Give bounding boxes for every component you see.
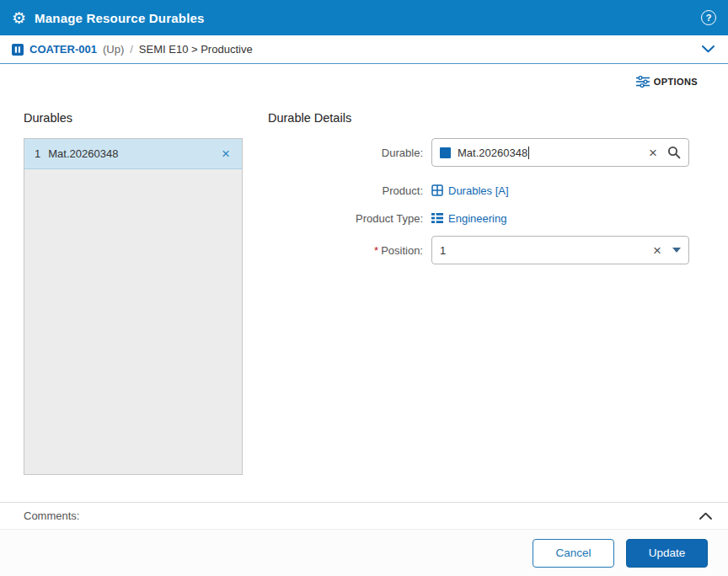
resource-link[interactable]: COATER-001 [29,43,97,56]
resource-state-up: (Up) [103,43,124,56]
comments-section: Comments: [0,502,728,529]
position-field-row: *Position: 1 × [268,236,699,264]
chevron-up-icon [699,512,712,520]
durable-clear-icon[interactable]: × [643,146,663,160]
header-collapse-button[interactable] [700,42,716,56]
position-combobox[interactable]: 1 × [431,236,689,264]
resource-e10-state: SEMI E10 > Productive [139,43,253,56]
dialog-footer: Cancel Update [0,529,728,576]
list-item-index: 1 [35,147,40,160]
position-label: *Position: [268,244,431,257]
durables-list-item[interactable]: 1 Mat.20260348 × [24,139,242,169]
product-type-link-label: Engineering [448,212,506,225]
product-icon [431,184,443,196]
product-type-label: Product Type: [268,212,431,225]
product-label: Product: [268,184,431,197]
gear-icon: ⚙ [12,10,26,26]
list-item-name: Mat.20260348 [48,147,118,160]
position-value: 1 [440,244,446,257]
dialog-header: ⚙ Manage Resource Durables ? [0,0,728,35]
chevron-down-icon [702,45,715,53]
search-icon [667,146,681,159]
product-link-label: Durables [A] [448,184,509,197]
position-clear-icon[interactable]: × [647,243,667,258]
durable-field-row: Durable: Mat.20260348 × [268,138,699,167]
options-button[interactable]: OPTIONS [636,76,698,88]
comments-collapse-button[interactable] [697,509,715,522]
options-label: OPTIONS [654,77,698,87]
manage-resource-durables-dialog: ⚙ Manage Resource Durables ? COATER-001 … [0,0,728,576]
product-field-row: Product: Durables [A] [268,180,699,200]
remove-durable-icon[interactable]: × [218,145,233,163]
durable-details-panel: Durable Details Durable: Mat.20260348 × [268,111,699,264]
help-button[interactable]: ? [701,10,716,25]
breadcrumb-separator: / [130,43,133,56]
product-link[interactable]: Durables [A] [431,184,509,197]
product-type-icon [431,213,443,223]
durable-input[interactable]: Mat.20260348 × [431,138,689,167]
durables-panel-title: Durables [24,111,243,125]
resource-context-bar: COATER-001 (Up) / SEMI E10 > Productive [0,35,728,64]
resource-icon [12,44,24,56]
required-mark: * [374,244,378,257]
position-label-text: Position: [381,244,423,257]
durables-panel: Durables 1 Mat.20260348 × [24,111,243,475]
text-cursor [528,147,529,159]
dropdown-caret-icon[interactable] [672,248,681,253]
durable-details-title: Durable Details [268,111,699,125]
material-icon [440,147,451,158]
product-type-field-row: Product Type: Engineering [268,208,699,228]
durable-input-value: Mat.20260348 [458,147,527,159]
product-type-link[interactable]: Engineering [431,212,506,225]
durable-search-button[interactable] [663,146,681,159]
durable-label: Durable: [268,147,431,159]
dialog-content: OPTIONS Durables 1 Mat.20260348 × Durabl… [0,64,728,502]
update-button[interactable]: Update [626,539,708,568]
options-icon [636,76,650,88]
cancel-button[interactable]: Cancel [533,539,614,568]
comments-label: Comments: [24,509,79,522]
durables-list: 1 Mat.20260348 × [24,138,243,475]
page-title: Manage Resource Durables [35,11,205,25]
